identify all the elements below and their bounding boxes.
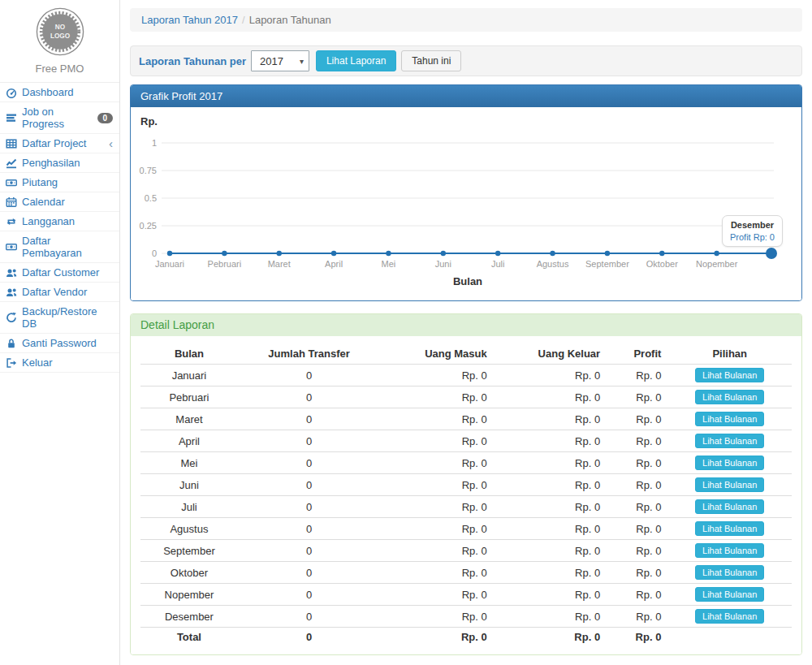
sidebar-item-penghasilan[interactable]: Penghasilan <box>0 153 119 173</box>
lihat-bulanan-button[interactable]: Lihat Bulanan <box>695 477 764 492</box>
profit-cell: Rp. 0 <box>607 562 667 584</box>
action-cell: Lihat Bulanan <box>667 518 792 540</box>
sidebar-item-label: Penghasilan <box>22 157 80 169</box>
money-out-cell: Rp. 0 <box>494 562 607 584</box>
lock-icon <box>6 338 18 349</box>
sidebar: NO LOGO Free PMO DashboardJob on Progres… <box>0 0 120 665</box>
column-header-pilihan: Pilihan <box>667 343 792 365</box>
sidebar-item-keluar[interactable]: Keluar <box>0 353 119 373</box>
money-in-cell: Rp. 0 <box>380 518 493 540</box>
svg-text:1: 1 <box>152 138 157 148</box>
lihat-bulanan-button[interactable]: Lihat Bulanan <box>695 434 764 448</box>
table-row: Pebruari0Rp. 0Rp. 0Rp. 0Lihat Bulanan <box>140 386 792 408</box>
sidebar-item-backup-restore-db[interactable]: Backup/Restore DB <box>0 302 119 334</box>
table-row: Mei0Rp. 0Rp. 0Rp. 0Lihat Bulanan <box>140 452 792 474</box>
column-header-bulan: Bulan <box>140 343 238 365</box>
app-window: NO LOGO Free PMO DashboardJob on Progres… <box>0 0 812 665</box>
total-row: Total0Rp. 0Rp. 0Rp. 0 <box>140 628 792 647</box>
breadcrumb-separator: / <box>238 14 249 26</box>
table-row: Januari0Rp. 0Rp. 0Rp. 0Lihat Bulanan <box>140 365 792 386</box>
sidebar-item-label: Keluar <box>22 356 53 369</box>
money-out-cell: Rp. 0 <box>494 584 607 606</box>
svg-text:Pebruari: Pebruari <box>208 259 242 269</box>
svg-text:0.5: 0.5 <box>145 193 157 203</box>
svg-text:Nopember: Nopember <box>696 259 738 269</box>
month-cell: Juli <box>140 496 238 518</box>
action-cell: Lihat Bulanan <box>667 540 792 562</box>
lihat-bulanan-button[interactable]: Lihat Bulanan <box>695 456 764 470</box>
detail-table-wrap: BulanJumlah TransferUang MasukUang Kelua… <box>131 336 801 654</box>
profit-chart-panel: Grafik Profit 2017 Rp. 00.250.50.751Janu… <box>130 84 802 301</box>
transfer-count-cell: 0 <box>238 584 380 606</box>
logo-text-line1: NO <box>54 24 65 31</box>
tachometer-icon <box>6 87 18 98</box>
transfer-count-cell: 0 <box>238 606 380 628</box>
lihat-bulanan-button[interactable]: Lihat Bulanan <box>695 368 764 382</box>
no-logo-image: NO LOGO <box>35 6 85 57</box>
money-icon <box>6 241 18 253</box>
sidebar-item-langganan[interactable]: Langganan <box>0 212 119 231</box>
table-row: Oktober0Rp. 0Rp. 0Rp. 0Lihat Bulanan <box>140 562 792 584</box>
sidebar-item-calendar[interactable]: Calendar <box>0 192 119 212</box>
svg-text:0.75: 0.75 <box>140 166 157 175</box>
sidebar-item-dashboard[interactable]: Dashboard <box>0 83 119 102</box>
logo-text-line2: LOGO <box>50 32 70 40</box>
lihat-laporan-button[interactable]: Lihat Laporan <box>316 50 396 71</box>
tasks-icon <box>6 112 18 123</box>
tahun-ini-button[interactable]: Tahun ini <box>401 50 461 71</box>
sidebar-item-label: Ganti Password <box>22 337 97 349</box>
lihat-bulanan-button[interactable]: Lihat Bulanan <box>695 521 764 536</box>
breadcrumb-link-laporan-tahun[interactable]: Laporan Tahun 2017 <box>141 14 238 26</box>
transfer-count-cell: 0 <box>238 562 380 584</box>
money-out-cell: Rp. 0 <box>494 540 607 562</box>
breadcrumb-current: Laporan Tahunan <box>249 14 331 26</box>
transfer-count-cell: 0 <box>238 496 380 518</box>
table-row: Juli0Rp. 0Rp. 0Rp. 0Lihat Bulanan <box>140 496 792 518</box>
sidebar-item-daftar-vendor[interactable]: Daftar Vendor <box>0 283 119 302</box>
svg-text:Mei: Mei <box>382 259 396 269</box>
total-profit-cell: Rp. 0 <box>607 628 667 647</box>
lihat-bulanan-button[interactable]: Lihat Bulanan <box>695 565 764 580</box>
svg-text:0: 0 <box>152 248 157 258</box>
sidebar-item-piutang[interactable]: Piutang <box>0 173 119 192</box>
money-icon <box>6 177 18 188</box>
month-cell: Desember <box>140 606 238 628</box>
svg-text:Maret: Maret <box>268 259 291 269</box>
year-select[interactable]: 2017 ▾ <box>251 50 309 71</box>
profit-cell: Rp. 0 <box>607 365 667 386</box>
sidebar-item-daftar-customer[interactable]: Daftar Customer <box>0 263 119 283</box>
lihat-bulanan-button[interactable]: Lihat Bulanan <box>695 390 764 404</box>
lihat-bulanan-button[interactable]: Lihat Bulanan <box>695 609 764 624</box>
svg-text:Oktober: Oktober <box>646 259 678 269</box>
month-cell: Juni <box>140 474 238 496</box>
month-cell: Maret <box>140 408 238 430</box>
action-cell: Lihat Bulanan <box>667 408 792 430</box>
report-table: BulanJumlah TransferUang MasukUang Kelua… <box>140 343 792 646</box>
action-cell: Lihat Bulanan <box>667 474 792 496</box>
lihat-bulanan-button[interactable]: Lihat Bulanan <box>695 543 764 558</box>
lihat-bulanan-button[interactable]: Lihat Bulanan <box>695 587 764 602</box>
chart-y-axis-label: Rp. <box>140 115 158 127</box>
lihat-bulanan-button[interactable]: Lihat Bulanan <box>695 499 764 514</box>
month-cell: Oktober <box>140 562 238 584</box>
line-chart-icon <box>6 158 18 169</box>
detail-report-panel: Detail Laporan BulanJumlah TransferUang … <box>130 313 802 655</box>
table-row: Agustus0Rp. 0Rp. 0Rp. 0Lihat Bulanan <box>140 518 792 540</box>
month-cell: April <box>140 430 238 452</box>
money-in-cell: Rp. 0 <box>380 408 493 430</box>
transfer-count-cell: 0 <box>238 430 380 452</box>
logo-block: NO LOGO Free PMO <box>0 0 119 83</box>
main-content: Laporan Tahun 2017/Laporan Tahunan Lapor… <box>120 0 812 665</box>
calendar-icon <box>6 196 18 208</box>
sidebar-item-daftar-project[interactable]: Daftar Project‹ <box>0 134 119 153</box>
users-icon <box>6 267 18 279</box>
sidebar-item-daftar-pembayaran[interactable]: Daftar Pembayaran <box>0 231 119 263</box>
transfer-count-cell: 0 <box>238 365 380 386</box>
sidebar-item-ganti-password[interactable]: Ganti Password <box>0 334 119 353</box>
profit-cell: Rp. 0 <box>607 474 667 496</box>
sidebar-item-job-on-progress[interactable]: Job on Progress0 <box>0 102 119 134</box>
lihat-bulanan-button[interactable]: Lihat Bulanan <box>695 412 764 426</box>
transfer-count-cell: 0 <box>238 518 380 540</box>
table-row: April0Rp. 0Rp. 0Rp. 0Lihat Bulanan <box>140 430 792 452</box>
svg-text:Januari: Januari <box>155 259 184 269</box>
